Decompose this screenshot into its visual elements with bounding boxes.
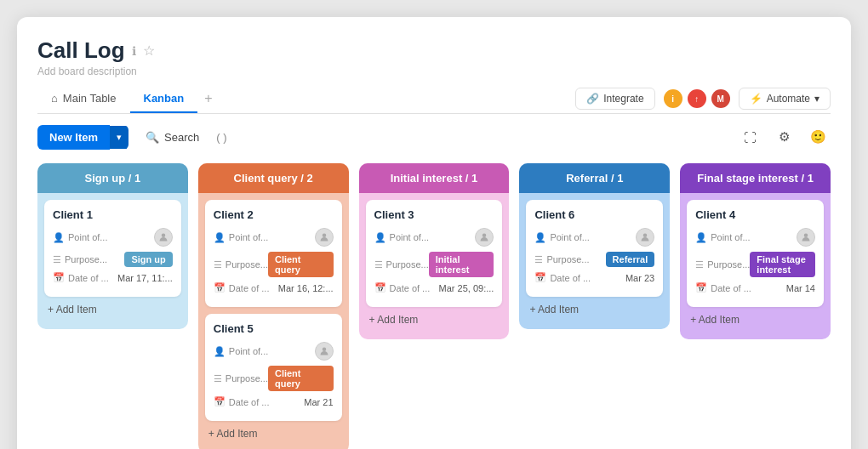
add-item-client-query[interactable]: + Add Item <box>198 421 349 446</box>
add-item-signup[interactable]: + Add Item <box>37 297 188 322</box>
status-badge: Client query <box>268 366 334 391</box>
add-item-final-stage[interactable]: + Add Item <box>680 307 831 332</box>
search-label: Search <box>164 131 199 144</box>
avatar <box>154 228 173 247</box>
settings-icon-button[interactable]: ⚙ <box>771 124 797 150</box>
nav-integration-icons: i ↑ M <box>664 89 730 108</box>
emoji-icon-button[interactable]: 🙂 <box>805 124 831 150</box>
search-icon: 🔍 <box>146 131 159 144</box>
purpose-icon: ☰ <box>214 259 222 270</box>
integration-icon-3: M <box>711 89 730 108</box>
calendar-icon: 📅 <box>534 272 546 283</box>
purpose-icon: ☰ <box>53 254 61 265</box>
card-field-person: 👤 Point of... <box>534 228 654 247</box>
info-icon[interactable]: ℹ <box>132 44 136 58</box>
svg-point-0 <box>162 234 166 238</box>
card-signup-0[interactable]: Client 1 👤 Point of... ☰ Purpose... Sign… <box>44 200 181 297</box>
board-description: Add board description <box>37 65 155 77</box>
status-badge: Client query <box>268 252 334 277</box>
avatar <box>636 228 654 247</box>
card-initial-interest-0[interactable]: Client 3 👤 Point of... ☰ Purpose... Init… <box>366 200 503 307</box>
tab-kanban[interactable]: Kanban <box>130 85 198 113</box>
kanban-column-final-stage: Final stage interest / 1 Client 4 👤 Poin… <box>680 163 831 339</box>
kanban-column-client-query: Client query / 2 Client 2 👤 Point of... … <box>198 163 349 449</box>
date-label-text: Date of ... <box>229 397 270 407</box>
status-badge: Initial interest <box>429 252 494 277</box>
add-view-button[interactable]: + <box>197 84 219 113</box>
point-of-text: Point of... <box>229 346 268 356</box>
card-field-person: 👤 Point of... <box>695 228 815 247</box>
date-value: Mar 16, 12:... <box>278 283 334 293</box>
date-value: Mar 21 <box>304 397 333 407</box>
title-row: Call Log ℹ ☆ <box>37 37 155 64</box>
date-label: 📅 Date of ... <box>534 272 591 283</box>
card-client-query-0[interactable]: Client 2 👤 Point of... ☰ Purpose... Clie… <box>205 200 342 307</box>
kanban-column-signup: Sign up / 1 Client 1 👤 Point of... ☰ Pur… <box>37 163 188 329</box>
date-label-text: Date of ... <box>390 283 431 293</box>
card-field-date: 📅 Date of ... Mar 17, 11:... <box>53 272 173 283</box>
card-field-purpose: ☰ Purpose... Client query <box>214 252 334 277</box>
page-title: Call Log <box>37 37 125 64</box>
date-label: 📅 Date of ... <box>53 272 109 283</box>
card-title: Client 6 <box>534 208 654 221</box>
add-item-initial-interest[interactable]: + Add Item <box>359 307 510 332</box>
svg-point-1 <box>322 234 326 238</box>
new-item-dropdown-button[interactable]: ▾ <box>110 126 128 149</box>
purpose-icon: ☰ <box>214 373 222 384</box>
card-field-person: 👤 Point of... <box>53 228 173 247</box>
card-title: Client 4 <box>695 208 815 221</box>
date-label: 📅 Date of ... <box>214 396 270 407</box>
automate-label: Automate <box>767 93 810 105</box>
purpose-label: ☰ Purpose... <box>374 259 429 270</box>
purpose-label: ☰ Purpose... <box>214 373 268 384</box>
star-icon[interactable]: ☆ <box>143 43 155 59</box>
integrate-button[interactable]: 🔗 Integrate <box>575 88 654 110</box>
date-value: Mar 25, 09:... <box>439 283 494 293</box>
svg-point-2 <box>322 348 326 352</box>
purpose-text: Purpose... <box>226 373 268 384</box>
person-icon: 👤 <box>53 232 65 243</box>
new-item-button-group[interactable]: New Item ▾ <box>37 125 128 150</box>
card-field-date: 📅 Date of ... Mar 16, 12:... <box>214 282 334 293</box>
card-referral-0[interactable]: Client 6 👤 Point of... ☰ Purpose... Refe… <box>526 200 663 297</box>
kanban-column-referral: Referral / 1 Client 6 👤 Point of... ☰ Pu… <box>519 163 670 329</box>
automate-button[interactable]: ⚡ Automate ▾ <box>739 88 831 110</box>
kanban-board: Sign up / 1 Client 1 👤 Point of... ☰ Pur… <box>37 163 831 449</box>
card-final-stage-0[interactable]: Client 4 👤 Point of... ☰ Purpose... Fina… <box>687 200 824 307</box>
toolbar: New Item ▾ 🔍 Search ( ) ⛶ ⚙ 🙂 <box>37 124 831 150</box>
avatar <box>797 228 815 247</box>
date-label: 📅 Date of ... <box>695 282 751 293</box>
card-field-purpose: ☰ Purpose... Sign up <box>53 252 173 267</box>
expand-icon-button[interactable]: ⛶ <box>737 124 762 150</box>
point-of-label: 👤 Point of... <box>374 232 429 243</box>
point-of-label: 👤 Point of... <box>214 346 268 357</box>
purpose-text: Purpose... <box>707 259 750 270</box>
point-of-text: Point of... <box>711 232 750 242</box>
date-label-text: Date of ... <box>711 283 751 293</box>
kanban-column-initial-interest: Initial interest / 1 Client 3 👤 Point of… <box>359 163 510 339</box>
add-item-referral[interactable]: + Add Item <box>519 297 670 322</box>
status-badge: Sign up <box>124 252 172 267</box>
tab-main-table[interactable]: ⌂ Main Table <box>37 85 130 113</box>
purpose-text: Purpose... <box>65 254 107 264</box>
purpose-icon: ☰ <box>695 259 704 270</box>
status-badge: Referral <box>606 252 655 267</box>
add-item-label: + Add Item <box>690 314 740 326</box>
card-title: Client 3 <box>374 208 494 221</box>
nav-tabs: ⌂ Main Table Kanban + 🔗 Integrate i ↑ M … <box>37 84 831 114</box>
column-header-signup: Sign up / 1 <box>37 163 188 193</box>
column-header-client-query: Client query / 2 <box>198 163 349 193</box>
search-button[interactable]: 🔍 Search <box>135 126 209 149</box>
person-icon: 👤 <box>695 232 707 243</box>
purpose-label: ☰ Purpose... <box>214 259 268 270</box>
avatar <box>475 228 494 247</box>
add-item-label: + Add Item <box>48 304 97 315</box>
calendar-icon: 📅 <box>695 282 707 293</box>
card-field-date: 📅 Date of ... Mar 21 <box>214 396 334 407</box>
card-client-query-1[interactable]: Client 5 👤 Point of... ☰ Purpose... Clie… <box>205 314 342 421</box>
date-value: Mar 17, 11:... <box>117 273 173 283</box>
new-item-main-button[interactable]: New Item <box>37 125 110 150</box>
card-field-purpose: ☰ Purpose... Final stage interest <box>695 252 815 277</box>
person-icon: 👤 <box>214 346 226 357</box>
svg-point-3 <box>483 234 487 238</box>
